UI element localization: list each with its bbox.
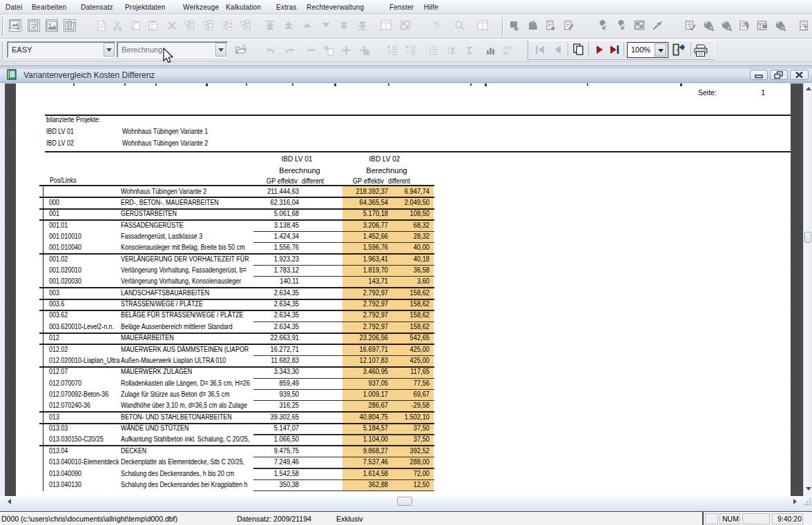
- svg-text:Σ: Σ: [467, 45, 472, 56]
- svg-text:∞: ∞: [503, 49, 508, 56]
- svg-text:Σ: Σ: [450, 46, 456, 56]
- svg-text:?: ?: [434, 20, 439, 31]
